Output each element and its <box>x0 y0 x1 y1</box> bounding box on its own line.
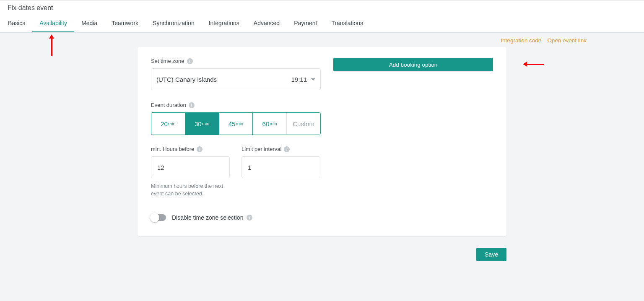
duration-group: 20min 30min 45min 60min Custom <box>151 112 321 135</box>
button-label: Save <box>485 251 498 258</box>
top-links: Integration code Open event link <box>57 33 587 47</box>
label-text: Event duration <box>151 102 186 108</box>
duration-option-20[interactable]: 20min <box>151 113 185 135</box>
timezone-value: (UTC) Canary islands <box>156 76 217 83</box>
tab-label: Availability <box>39 20 67 26</box>
tab-integrations[interactable]: Integrations <box>202 15 247 32</box>
tab-translations[interactable]: Translations <box>324 15 370 32</box>
tab-teamwork[interactable]: Teamwork <box>104 15 145 32</box>
limit-input[interactable] <box>242 156 320 178</box>
info-icon[interactable]: i <box>189 102 195 108</box>
min-hours-input[interactable] <box>151 156 230 178</box>
tab-label: Media <box>81 20 97 26</box>
duration-label: Event duration i <box>151 102 321 108</box>
duration-num: 30 <box>195 120 202 127</box>
label-text: min. Hours before <box>151 146 194 152</box>
tab-label: Advanced <box>254 20 280 26</box>
duration-num: 20 <box>161 120 168 127</box>
label-text: Limit per interval <box>242 146 281 152</box>
tab-label: Integrations <box>209 20 239 26</box>
duration-unit: min <box>202 121 210 126</box>
settings-right-column: Add booking option <box>333 58 493 221</box>
tab-label: Payment <box>294 20 317 26</box>
row-min-limit: min. Hours before i Minimum hours before… <box>151 146 321 197</box>
disable-tz-toggle[interactable] <box>151 214 166 221</box>
duration-unit: min <box>168 121 176 126</box>
limit-field: Limit per interval i <box>242 146 320 197</box>
tab-payment[interactable]: Payment <box>287 15 324 32</box>
tab-media[interactable]: Media <box>74 15 104 32</box>
timezone-select[interactable]: (UTC) Canary islands 19:11 <box>151 68 321 90</box>
duration-option-custom[interactable]: Custom <box>286 113 320 135</box>
chevron-down-icon <box>311 78 315 80</box>
tab-label: Translations <box>331 20 363 26</box>
duration-option-30[interactable]: 30min <box>185 113 219 135</box>
annotation-arrow-left-icon <box>527 64 544 65</box>
annotation-arrow-up-icon <box>51 38 52 56</box>
tab-advanced[interactable]: Advanced <box>247 15 287 32</box>
info-icon[interactable]: i <box>187 58 193 64</box>
page-body: Integration code Open event link Set tim… <box>0 33 644 301</box>
duration-num: 45 <box>229 120 236 127</box>
save-button[interactable]: Save <box>476 248 506 261</box>
min-hours-label: min. Hours before i <box>151 146 230 152</box>
tab-label: Basics <box>8 20 25 26</box>
disable-tz-row: Disable time zone selection i <box>151 214 321 221</box>
info-icon[interactable]: i <box>247 215 252 221</box>
min-hours-field: min. Hours before i Minimum hours before… <box>151 146 230 197</box>
button-label: Add booking option <box>389 62 438 68</box>
tab-label: Synchronization <box>153 20 195 26</box>
tab-strip: Basics Availability Media Teamwork Synch… <box>0 15 644 33</box>
settings-card: Set time zone i (UTC) Canary islands 19:… <box>138 47 506 236</box>
tab-label: Teamwork <box>112 20 138 26</box>
duration-num: 60 <box>262 120 270 127</box>
duration-custom-label: Custom <box>293 120 314 127</box>
tab-availability[interactable]: Availability <box>32 15 74 32</box>
info-icon[interactable]: i <box>284 146 290 152</box>
min-hours-helper: Minimum hours before the next event can … <box>151 182 230 197</box>
tab-basics[interactable]: Basics <box>1 15 32 32</box>
info-icon[interactable]: i <box>197 146 203 152</box>
tab-synchronization[interactable]: Synchronization <box>145 15 202 32</box>
add-booking-option-button[interactable]: Add booking option <box>333 58 493 71</box>
save-row: Save <box>138 248 506 261</box>
duration-unit: min <box>270 121 277 126</box>
duration-option-45[interactable]: 45min <box>219 113 253 135</box>
settings-left-column: Set time zone i (UTC) Canary islands 19:… <box>151 58 321 221</box>
disable-tz-label: Disable time zone selection i <box>172 214 252 221</box>
timezone-label: Set time zone i <box>151 58 321 64</box>
limit-label: Limit per interval i <box>242 146 320 152</box>
timezone-right: 19:11 <box>291 76 315 83</box>
toggle-knob <box>150 213 159 222</box>
page-title: Fix dates event <box>0 0 644 15</box>
label-text: Set time zone <box>151 58 184 64</box>
timezone-clock: 19:11 <box>291 76 307 83</box>
integration-code-link[interactable]: Integration code <box>501 37 541 44</box>
page-title-text: Fix dates event <box>8 4 53 12</box>
duration-unit: min <box>236 121 243 126</box>
duration-option-60[interactable]: 60min <box>252 113 286 135</box>
label-text: Disable time zone selection <box>172 214 243 221</box>
open-event-link[interactable]: Open event link <box>547 37 587 44</box>
